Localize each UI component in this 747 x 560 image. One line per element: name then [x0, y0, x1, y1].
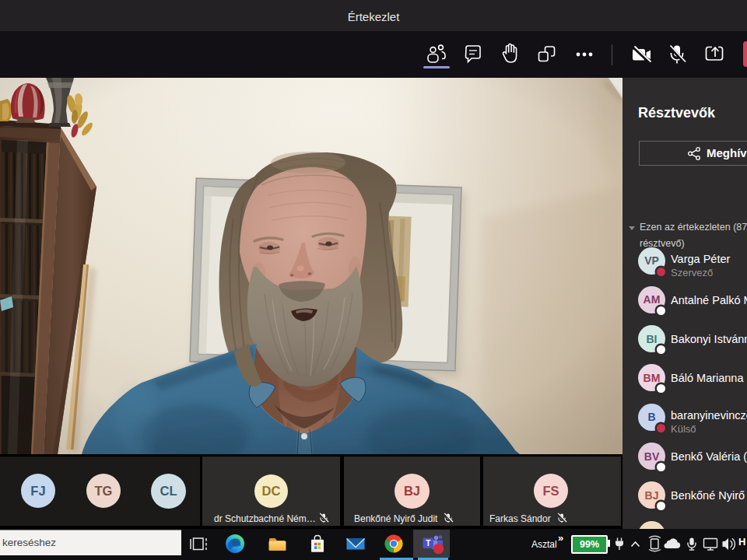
svg-text:T: T: [426, 539, 430, 548]
